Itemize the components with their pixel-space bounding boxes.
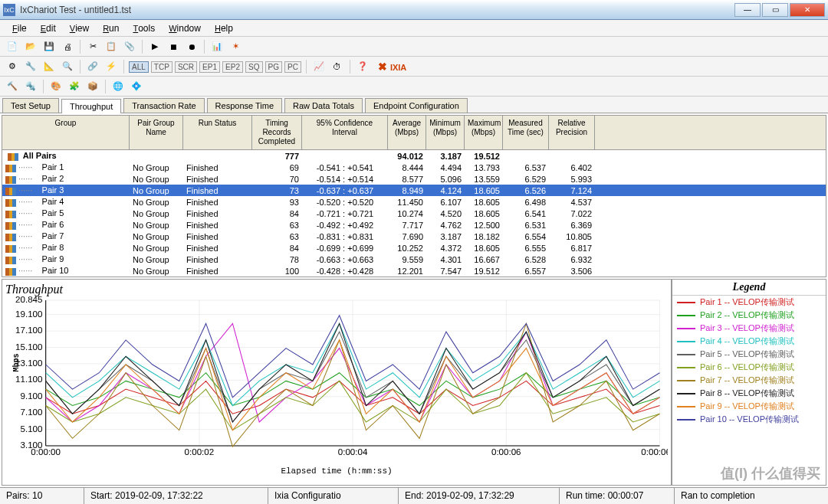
col-header[interactable]: RelativePrecision <box>549 116 595 149</box>
cut-icon[interactable]: ✂ <box>85 39 100 54</box>
tab-throughput[interactable]: Throughput <box>61 99 121 113</box>
filter-pc[interactable]: PC <box>284 61 301 73</box>
paste-icon[interactable]: 📎 <box>122 39 137 54</box>
status-completion: Ran to completion <box>675 488 828 504</box>
tool-icon[interactable]: 🔍 <box>60 59 75 74</box>
status-bar: Pairs: 10 Start: 2019-02-09, 17:32:22 Ix… <box>0 487 828 504</box>
col-header[interactable]: 95% ConfidenceInterval <box>302 116 388 149</box>
col-header[interactable]: Average(Mbps) <box>388 116 426 149</box>
legend-item[interactable]: Pair 5 -- VELOP传输测试 <box>672 348 826 361</box>
minimize-button[interactable]: — <box>734 3 761 17</box>
col-header[interactable]: Run Status <box>183 116 252 149</box>
new-icon[interactable]: 📄 <box>5 39 20 54</box>
maximize-button[interactable]: ▭ <box>762 3 788 17</box>
svg-text:15.100: 15.100 <box>15 342 42 352</box>
svg-text:5.100: 5.100 <box>21 424 43 434</box>
tool-icon[interactable]: 🔩 <box>23 79 38 94</box>
tab-strip: Test SetupThroughputTransaction RateResp… <box>0 97 828 113</box>
col-header[interactable]: Timing RecordsCompleted <box>252 116 302 149</box>
record-icon[interactable]: ⏺ <box>184 39 199 54</box>
tab-response time[interactable]: Response Time <box>207 98 282 113</box>
all-pairs-row[interactable]: All Pairs 77794.012 3.18719.512 <box>2 150 826 162</box>
run-icon[interactable]: ▶ <box>147 39 163 54</box>
svg-text:0:00:06: 0:00:06 <box>491 447 521 457</box>
tool-icon[interactable]: 📈 <box>311 59 327 74</box>
tab-raw data totals[interactable]: Raw Data Totals <box>284 98 363 113</box>
copy-icon[interactable]: 📋 <box>104 39 119 54</box>
menu-edit[interactable]: Edit <box>34 21 62 35</box>
filter-pg[interactable]: PG <box>265 61 282 73</box>
tool-icon[interactable]: 🧩 <box>67 79 82 94</box>
table-row[interactable]: ······ Pair 3 No GroupFinished73 -0.637 … <box>2 185 826 196</box>
table-row[interactable]: ······ Pair 5 No GroupFinished84 -0.721 … <box>2 208 826 219</box>
status-runtime: Run time: 00:00:07 <box>560 488 675 504</box>
tab-test setup[interactable]: Test Setup <box>2 98 59 113</box>
tool-icon[interactable]: 🎨 <box>48 79 64 94</box>
tool-icon[interactable]: 🔗 <box>85 59 100 74</box>
tool-icon[interactable]: 🌐 <box>110 79 126 94</box>
legend-item[interactable]: Pair 10 -- VELOP传输测试 <box>672 413 826 426</box>
legend-title: Legend <box>672 280 826 296</box>
tool-icon[interactable]: ⚙ <box>5 59 20 74</box>
table-row[interactable]: ······ Pair 8 No GroupFinished84 -0.699 … <box>2 242 826 254</box>
filter-all[interactable]: ALL <box>129 61 149 73</box>
brand-logo: ✖ IXIA <box>378 61 406 73</box>
legend-item[interactable]: Pair 2 -- VELOP传输测试 <box>672 309 826 322</box>
tool-icon[interactable]: 💠 <box>129 79 144 94</box>
toolbar-2: ⚙ 🔧 📐 🔍 🔗 ⚡ ALL TCP SCR EP1 EP2 SQ PG PC… <box>0 57 828 77</box>
svg-text:0:00:02: 0:00:02 <box>185 447 215 457</box>
menu-window[interactable]: Window <box>163 21 207 35</box>
filter-tcp[interactable]: TCP <box>151 61 172 73</box>
table-row[interactable]: ······ Pair 2 No GroupFinished70 -0.514 … <box>2 173 826 185</box>
stop-icon[interactable]: ⏹ <box>166 39 181 54</box>
col-header[interactable]: Minimum(Mbps) <box>426 116 465 149</box>
col-header[interactable]: MeasuredTime (sec) <box>503 116 549 149</box>
table-row[interactable]: ······ Pair 1 No GroupFinished69 -0.541 … <box>2 162 826 173</box>
tool-icon[interactable]: 📐 <box>41 59 57 74</box>
table-row[interactable]: ······ Pair 7 No GroupFinished63 -0.831 … <box>2 231 826 242</box>
col-header[interactable]: Maximum(Mbps) <box>465 116 503 149</box>
legend-item[interactable]: Pair 1 -- VELOP传输测试 <box>672 296 826 309</box>
grid-body[interactable]: All Pairs 77794.012 3.18719.512 ······ P… <box>2 150 826 277</box>
legend-item[interactable]: Pair 8 -- VELOP传输测试 <box>672 387 826 400</box>
close-button[interactable]: ✕ <box>790 3 825 17</box>
legend-item[interactable]: Pair 3 -- VELOP传输测试 <box>672 322 826 335</box>
col-header[interactable]: Group <box>2 116 130 149</box>
tool-icon[interactable]: ⏱ <box>330 59 345 74</box>
menu-view[interactable]: View <box>64 21 95 35</box>
svg-text:0:00:06.7: 0:00:06.7 <box>641 447 668 457</box>
menu-run[interactable]: Run <box>97 21 125 35</box>
legend-item[interactable]: Pair 6 -- VELOP传输测试 <box>672 361 826 374</box>
table-row[interactable]: ······ Pair 9 No GroupFinished78 -0.663 … <box>2 254 826 265</box>
tab-transaction rate[interactable]: Transaction Rate <box>123 98 204 113</box>
legend-item[interactable]: Pair 7 -- VELOP传输测试 <box>672 374 826 387</box>
table-row[interactable]: ······ Pair 6 No GroupFinished63 -0.492 … <box>2 219 826 231</box>
tool-icon[interactable]: 🔧 <box>23 59 38 74</box>
svg-text:0:00:00: 0:00:00 <box>31 447 61 457</box>
status-pairs: Pairs: 10 <box>0 488 84 504</box>
print-icon[interactable]: 🖨 <box>60 39 75 54</box>
filter-ep1[interactable]: EP1 <box>199 61 220 73</box>
menu-help[interactable]: Help <box>209 21 239 35</box>
save-icon[interactable]: 💾 <box>41 39 57 54</box>
legend-item[interactable]: Pair 4 -- VELOP传输测试 <box>672 335 826 348</box>
col-header[interactable]: Pair GroupName <box>130 116 183 149</box>
menu-file[interactable]: File <box>6 21 33 35</box>
filter-scr[interactable]: SCR <box>175 61 197 73</box>
grid-header: GroupPair GroupNameRun StatusTiming Reco… <box>2 116 826 150</box>
chart-icon[interactable]: 📊 <box>209 39 225 54</box>
chart-title: Throughput <box>5 283 668 296</box>
open-icon[interactable]: 📂 <box>23 39 38 54</box>
tool-icon[interactable]: ⚡ <box>104 59 119 74</box>
table-row[interactable]: ······ Pair 10 No GroupFinished100 -0.42… <box>2 265 826 277</box>
filter-ep2[interactable]: EP2 <box>222 61 243 73</box>
tool-icon[interactable]: 🔨 <box>5 79 20 94</box>
filter-sq[interactable]: SQ <box>245 61 262 73</box>
export-icon[interactable]: ✶ <box>228 39 243 54</box>
tab-endpoint configuration[interactable]: Endpoint Configuration <box>365 98 468 113</box>
legend-item[interactable]: Pair 9 -- VELOP传输测试 <box>672 400 826 413</box>
tool-icon[interactable]: 📦 <box>85 79 100 94</box>
table-row[interactable]: ······ Pair 4 No GroupFinished93 -0.520 … <box>2 196 826 208</box>
help-icon[interactable]: ❓ <box>355 59 370 74</box>
menu-tools[interactable]: Tools <box>127 21 161 35</box>
